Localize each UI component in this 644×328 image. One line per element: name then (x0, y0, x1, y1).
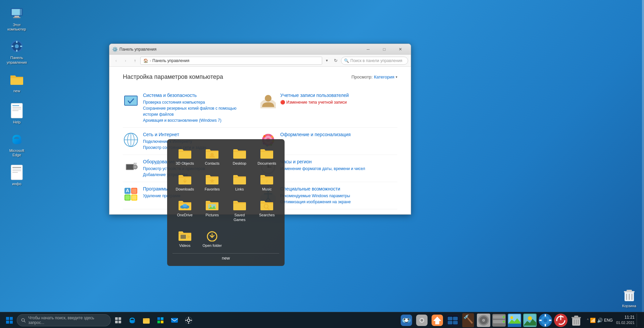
dock-gallery1-icon[interactable] (507, 313, 522, 328)
dock-home-icon[interactable] (430, 313, 445, 328)
systray-time[interactable]: 11:21 01.02.2021 (616, 315, 635, 325)
address-path[interactable]: 🏠 › Панель управления (140, 57, 322, 65)
systray-chevron[interactable]: ^ (587, 318, 589, 322)
accessibility-title[interactable]: Специальные возможности (280, 186, 351, 192)
dock-settings-icon[interactable] (538, 313, 553, 328)
window-close-button[interactable]: ✕ (393, 44, 408, 55)
nav-forward-button[interactable]: › (121, 57, 130, 65)
svg-rect-21 (12, 172, 18, 173)
desktop-icon-info[interactable]: инфо (3, 162, 30, 188)
view-dropdown-arrow[interactable]: ▾ (396, 75, 397, 79)
window-titlebar: ⚙️ Панель управления ─ □ ✕ (109, 44, 411, 55)
taskbar-search-box[interactable]: Чтобы начать поиск, введите здесь запрос… (17, 314, 111, 326)
svg-rect-127 (453, 321, 458, 324)
svg-rect-19 (12, 169, 21, 169)
view-category-button[interactable]: Категория (374, 74, 394, 79)
dock-finder-icon[interactable] (399, 313, 414, 328)
folder-item-searches[interactable]: Searches (255, 196, 280, 224)
svg-rect-143 (508, 324, 521, 327)
show-desktop-button[interactable] (637, 314, 639, 327)
gallery2-icon (523, 313, 537, 328)
lang-indicator[interactable]: ENG (604, 318, 614, 323)
clock-title[interactable]: Часы и регион (280, 159, 365, 164)
start-button[interactable] (3, 314, 16, 327)
folder-item-open-folder[interactable]: Open folder (200, 227, 225, 250)
folder-item-links[interactable]: Links (227, 170, 252, 194)
folder-item-desktop[interactable]: Desktop (227, 145, 252, 168)
svg-rect-77 (181, 235, 186, 239)
hardware-icon (123, 159, 139, 175)
task-view-button[interactable] (111, 314, 125, 327)
appearance-title[interactable]: Оформление и персонализация (280, 132, 351, 137)
disk-icon (476, 313, 491, 328)
folder-item-saved-games[interactable]: Saved Games (227, 196, 252, 224)
path-home-icon: 🏠 (143, 58, 148, 63)
dock-installer-icon[interactable]: 🔨 (461, 313, 476, 328)
user-accounts-title[interactable]: Учетные записи пользователей (280, 93, 349, 98)
dock-trash-icon[interactable] (569, 313, 584, 328)
folder-item-music[interactable]: ♪ Music (255, 170, 280, 194)
installer-icon: 🔨 (461, 312, 476, 328)
refresh-button[interactable]: ↻ (332, 57, 340, 65)
dock-disk-icon[interactable] (476, 313, 491, 328)
taskbar-settings-button[interactable] (182, 314, 195, 327)
folder-onedrive-label: OneDrive (177, 213, 193, 217)
dock-windows-icon[interactable] (445, 313, 460, 328)
folder-item-3d-objects[interactable]: 3D Objects (172, 145, 197, 168)
taskbar-explorer-button[interactable] (140, 314, 153, 327)
search-box[interactable]: 🔍 Поиск в панели управления (341, 57, 408, 65)
dock-storage-icon[interactable] (492, 313, 506, 328)
folder-item-contacts[interactable]: Contacts (200, 145, 225, 168)
home-app-icon (431, 314, 443, 326)
network-icon (123, 132, 139, 148)
folder-item-onedrive[interactable]: OneDrive (172, 196, 197, 224)
address-dropdown-button[interactable]: ▼ (324, 57, 330, 65)
svg-point-138 (503, 316, 505, 318)
svg-text:🔨: 🔨 (463, 314, 474, 324)
user-link-1[interactable]: 🔴 Изменение типа учетной записи (280, 99, 349, 105)
dock-preferences-icon[interactable] (414, 313, 429, 328)
folder-item-downloads[interactable]: Downloads (172, 170, 197, 194)
desktop-icon-help[interactable]: Help (3, 101, 30, 126)
folder-documents-icon (259, 147, 275, 160)
network-title[interactable]: Сеть и Интернет (143, 132, 206, 137)
accessibility-link-2[interactable]: Оптимизация изображения на экране (280, 199, 351, 205)
folder-favorites-icon (204, 172, 220, 186)
system-security-title[interactable]: Система и безопасность (143, 93, 237, 98)
desktop-icon-this-computer[interactable]: Этоткомпьютер (3, 3, 30, 34)
folder-item-documents[interactable]: Documents (255, 145, 280, 168)
svg-line-92 (24, 321, 25, 322)
nav-back-button[interactable]: ‹ (112, 57, 120, 65)
window-maximize-button[interactable]: □ (377, 44, 392, 55)
window-minimize-button[interactable]: ─ (360, 44, 376, 55)
svg-text:♪: ♪ (266, 178, 268, 183)
taskbar-edge-button[interactable] (126, 314, 139, 327)
accessibility-link-1[interactable]: Рекомендуемые Windows параметры (280, 193, 351, 199)
desktop-icon-edge[interactable]: MicrosoftEdge (3, 129, 30, 159)
power-icon (553, 313, 568, 328)
desktop-icon-control-panel[interactable]: Панельуправления (3, 36, 30, 66)
clock-link-1[interactable]: Изменение форматов даты, времени и чисел (280, 166, 365, 172)
system-link-1[interactable]: Проверка состояния компьютера (143, 99, 237, 105)
dock-gallery2-icon[interactable] (523, 313, 537, 328)
folder-item-favorites[interactable]: Favorites (200, 170, 225, 194)
dock-power-icon[interactable] (553, 313, 568, 328)
folder-item-videos[interactable]: Videos (172, 227, 197, 250)
svg-rect-150 (545, 314, 546, 317)
category-user-accounts: Учетные записи пользователей 🔴 Изменение… (260, 89, 397, 128)
svg-rect-101 (161, 321, 163, 323)
clock-date: 01.02.2021 (616, 320, 635, 325)
svg-point-149 (543, 318, 547, 322)
svg-rect-93 (115, 317, 118, 320)
page-title: Настройка параметров компьютера (123, 73, 223, 80)
taskbar-store-button[interactable] (154, 314, 167, 327)
nav-up-button[interactable]: ↑ (131, 57, 139, 65)
system-link-3[interactable]: Архивация и восстановление (Windows 7) (143, 117, 237, 123)
recycle-bin[interactable]: Корзина (621, 286, 637, 308)
taskbar-mail-button[interactable] (168, 314, 181, 327)
system-link-2[interactable]: Сохранение резервных копий файлов с помо… (143, 105, 237, 117)
desktop-icon-new[interactable]: new (3, 69, 30, 95)
folder-item-pictures[interactable]: Pictures (200, 196, 225, 224)
settings-taskbar-icon (185, 316, 193, 324)
folder-popup-bottom-label: new (172, 253, 279, 261)
